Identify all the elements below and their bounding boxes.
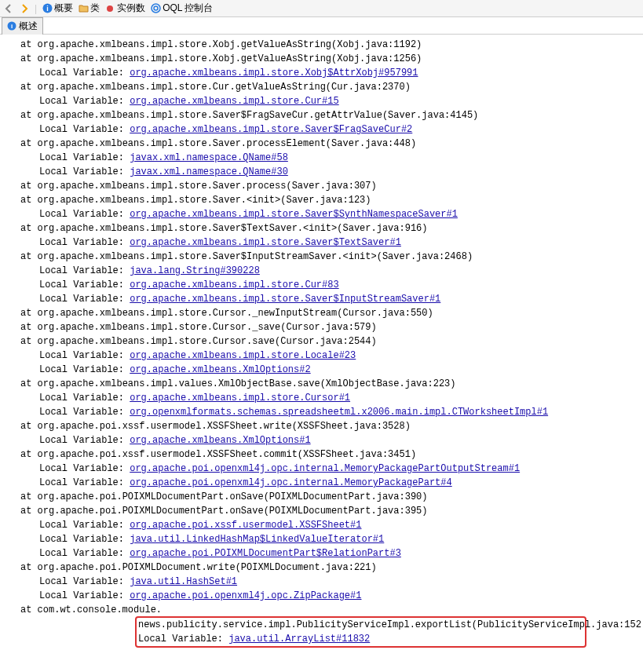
line-prefix: at [20,223,38,234]
line-prefix: at [20,449,38,460]
folder-icon [78,3,89,14]
line-prefix: Local Variable: [39,407,130,418]
line-prefix: Local Variable: [39,576,130,587]
variable-link[interactable]: org.apache.xmlbeans.impl.store.Xobj$Attr… [130,68,418,79]
stack-frame-line: at org.apache.xmlbeans.impl.values.XmlOb… [2,377,641,391]
variable-link[interactable]: javax.xml.namespace.QName#30 [130,166,288,177]
line-prefix: at [20,82,38,93]
variable-link[interactable]: org.apache.poi.openxml4j.opc.internal.Me… [130,463,520,474]
line-prefix: Local Variable: [39,265,130,276]
local-variable-line: Local Variable: org.apache.poi.openxml4j… [2,462,641,476]
variable-link[interactable]: org.apache.xmlbeans.impl.store.Saver$Syn… [130,209,458,220]
oql-button[interactable]: OQL 控制台 [150,2,213,15]
line-text: org.apache.xmlbeans.impl.store.Saver$Inp… [38,251,473,262]
variable-link[interactable]: org.apache.poi.POIXMLDocumentPart$Relati… [130,548,401,559]
local-variable-line: Local Variable: org.apache.poi.xssf.user… [2,518,641,532]
line-prefix: at [20,322,38,333]
line-prefix: at [20,491,38,502]
line-prefix: at [20,421,38,432]
line-prefix: Local Variable: [39,463,130,474]
variable-link[interactable]: org.apache.poi.openxml4j.opc.ZipPackage#… [130,590,361,601]
line-prefix: at [20,336,38,347]
local-variable-line: Local Variable: org.apache.xmlbeans.impl… [2,236,641,250]
svg-text:i: i [11,23,13,30]
variable-link[interactable]: org.openxmlformats.schemas.spreadsheetml… [130,407,548,418]
variable-link[interactable]: org.apache.poi.xssf.usermodel.XSSFSheet#… [130,520,361,531]
line-text: org.apache.xmlbeans.impl.store.Xobj.getV… [38,53,422,64]
variable-link[interactable]: org.apache.xmlbeans.impl.store.Cur#15 [130,96,338,107]
instances-label: 实例数 [117,2,145,15]
variable-link[interactable]: org.apache.xmlbeans.impl.store.Cursor#1 [130,393,350,404]
line-prefix: at [20,251,38,262]
line-prefix: at [20,562,38,573]
stack-frame-line: at org.apache.xmlbeans.impl.store.Saver.… [2,193,641,207]
line-prefix: Local Variable: [39,209,130,220]
variable-link[interactable]: org.apache.xmlbeans.XmlOptions#1 [130,435,310,446]
local-variable-line: Local Variable: java.util.HashSet#1 [2,575,641,589]
line-prefix: Local Variable: [39,393,130,404]
line-prefix: at com.wt.console.module. [20,603,162,617]
variable-link[interactable]: org.apache.xmlbeans.XmlOptions#2 [130,364,310,375]
classes-button[interactable]: 类 [78,2,100,15]
stack-frame-line: at org.apache.poi.POIXMLDocumentPart.onS… [2,490,641,504]
stack-frame-line: at org.apache.xmlbeans.impl.store.Saver$… [2,250,641,264]
variable-link[interactable]: java.util.ArrayList#11832 [228,634,370,645]
line-prefix: Local Variable: [39,124,130,135]
line-prefix: Local Variable: [39,534,130,545]
local-variable-line: Local Variable: javax.xml.namespace.QNam… [2,165,641,179]
stack-frame-line: at org.apache.xmlbeans.impl.store.Cursor… [2,334,641,349]
line-text: org.apache.xmlbeans.impl.store.Saver$Fra… [38,110,479,121]
variable-link[interactable]: org.apache.xmlbeans.impl.store.Locale#23 [130,350,356,361]
local-variable-line: Local Variable: org.apache.xmlbeans.impl… [2,349,641,363]
variable-link[interactable]: java.util.LinkedHashMap$LinkedValueItera… [130,534,384,545]
line-prefix: at [20,506,38,517]
stack-frame-line: at org.apache.xmlbeans.impl.store.Saver.… [2,179,641,193]
forward-icon[interactable] [19,3,30,14]
oql-label: OQL 控制台 [163,2,213,15]
stack-frame-line: at org.apache.poi.POIXMLDocumentPart.onS… [2,504,641,518]
svg-point-4 [154,6,158,10]
line-prefix: at [20,181,38,192]
separator: | [35,3,37,14]
line-prefix: at [20,195,38,206]
line-text: org.apache.poi.xssf.usermodel.XSSFSheet.… [38,421,411,432]
variable-link[interactable]: javax.xml.namespace.QName#58 [130,152,288,163]
line-prefix: at [20,378,38,389]
variable-link[interactable]: org.apache.xmlbeans.impl.store.Cur#83 [130,279,338,290]
variable-link[interactable]: org.apache.xmlbeans.impl.store.Saver$Tex… [130,237,401,248]
line-text: org.apache.xmlbeans.impl.values.XmlObjec… [38,378,456,389]
variable-link[interactable]: java.util.HashSet#1 [130,576,237,587]
overview-button[interactable]: i 概要 [42,2,73,15]
local-variable-line: Local Variable: org.apache.xmlbeans.XmlO… [2,433,641,447]
highlighted-frame: news.publicity.service.impl.PublicitySer… [135,616,586,648]
back-icon[interactable] [3,3,14,14]
stack-frame-line: at org.apache.xmlbeans.impl.store.Saver$… [2,221,641,236]
line-prefix: Local Variable: [39,350,130,361]
dot-icon [104,3,115,14]
line-prefix: Local Variable: [39,152,130,163]
stack-frame-line: at org.apache.xmlbeans.impl.store.Cur.ge… [2,80,641,94]
variable-link[interactable]: org.apache.poi.openxml4j.opc.internal.Me… [130,477,451,488]
tab-overview[interactable]: i 概述 [2,17,43,35]
local-variable-line: Local Variable: org.apache.xmlbeans.impl… [2,94,641,108]
line-prefix: at [20,39,38,50]
stack-frame-line: at org.apache.xmlbeans.impl.store.Saver.… [2,137,641,151]
line-text: org.apache.xmlbeans.impl.store.Xobj.getV… [38,39,422,50]
line-prefix: Local Variable: [39,166,130,177]
line-text: org.apache.poi.POIXMLDocumentPart.onSave… [38,491,428,502]
svg-text:i: i [46,5,49,13]
variable-link[interactable]: org.apache.xmlbeans.impl.store.Saver$Inp… [130,294,440,305]
line-text: org.apache.xmlbeans.impl.store.Cursor.sa… [38,336,377,347]
info-icon: i [7,21,16,31]
instances-button[interactable]: 实例数 [104,2,145,15]
variable-link[interactable]: java.lang.String#390228 [130,265,260,276]
stack-frame-line: at org.apache.xmlbeans.impl.store.Xobj.g… [2,52,641,66]
toolbar: | i 概要 类 实例数 OQL 控制台 [0,0,643,17]
overview-label: 概要 [54,2,73,15]
local-variable-line: Local Variable: java.util.LinkedHashMap$… [2,532,641,546]
local-variable-line: Local Variable: javax.xml.namespace.QNam… [2,151,641,165]
local-variable-line: Local Variable: org.apache.poi.openxml4j… [2,476,641,490]
line-text: news.publicity.service.impl.PublicitySer… [138,618,583,632]
variable-link[interactable]: org.apache.xmlbeans.impl.store.Saver$Fra… [130,124,412,135]
line-prefix: at [20,110,38,121]
